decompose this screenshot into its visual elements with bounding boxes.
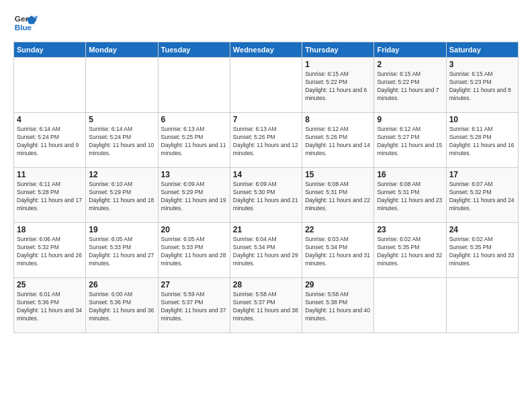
calendar-cell: 14Sunrise: 6:09 AMSunset: 5:30 PMDayligh…	[230, 168, 302, 223]
calendar-cell: 26Sunrise: 6:00 AMSunset: 5:36 PMDayligh…	[86, 278, 158, 333]
day-number: 25	[17, 280, 83, 289]
day-info: Sunrise: 6:13 AMSunset: 5:26 PMDaylight:…	[233, 126, 299, 158]
day-number: 24	[449, 225, 515, 234]
day-number: 23	[377, 225, 443, 234]
logo-icon: General Blue	[13, 11, 38, 35]
page-header: General Blue	[13, 11, 519, 35]
day-info: Sunrise: 6:02 AMSunset: 5:35 PMDaylight:…	[377, 236, 443, 268]
calendar-cell: 4Sunrise: 6:14 AMSunset: 5:24 PMDaylight…	[14, 113, 86, 168]
day-number: 14	[233, 170, 299, 179]
day-number: 9	[377, 115, 443, 124]
calendar-cell: 24Sunrise: 6:02 AMSunset: 5:35 PMDayligh…	[446, 223, 518, 278]
day-number: 11	[17, 170, 83, 179]
day-info: Sunrise: 6:07 AMSunset: 5:32 PMDaylight:…	[449, 181, 515, 213]
calendar-cell: 13Sunrise: 6:09 AMSunset: 5:29 PMDayligh…	[158, 168, 230, 223]
day-info: Sunrise: 6:14 AMSunset: 5:24 PMDaylight:…	[17, 126, 83, 158]
day-info: Sunrise: 6:15 AMSunset: 5:22 PMDaylight:…	[305, 71, 371, 103]
day-number: 16	[377, 170, 443, 179]
day-info: Sunrise: 6:02 AMSunset: 5:35 PMDaylight:…	[449, 236, 515, 268]
day-number: 29	[305, 280, 371, 289]
calendar-cell: 7Sunrise: 6:13 AMSunset: 5:26 PMDaylight…	[230, 113, 302, 168]
calendar-cell	[86, 58, 158, 113]
day-info: Sunrise: 6:06 AMSunset: 5:32 PMDaylight:…	[17, 236, 83, 268]
day-info: Sunrise: 6:14 AMSunset: 5:24 PMDaylight:…	[89, 126, 154, 158]
day-number: 19	[89, 225, 154, 234]
day-info: Sunrise: 6:12 AMSunset: 5:26 PMDaylight:…	[305, 126, 371, 158]
day-info: Sunrise: 5:58 AMSunset: 5:38 PMDaylight:…	[305, 291, 371, 323]
day-info: Sunrise: 5:59 AMSunset: 5:37 PMDaylight:…	[161, 291, 227, 323]
day-number: 18	[17, 225, 83, 234]
header-friday: Friday	[374, 42, 446, 58]
day-info: Sunrise: 6:09 AMSunset: 5:30 PMDaylight:…	[233, 181, 299, 213]
day-number: 27	[161, 280, 227, 289]
calendar-cell: 15Sunrise: 6:08 AMSunset: 5:31 PMDayligh…	[302, 168, 374, 223]
header-monday: Monday	[86, 42, 158, 58]
logo: General Blue	[13, 11, 42, 35]
day-info: Sunrise: 6:03 AMSunset: 5:34 PMDaylight:…	[305, 236, 371, 268]
calendar-cell: 6Sunrise: 6:13 AMSunset: 5:25 PMDaylight…	[158, 113, 230, 168]
calendar-cell: 23Sunrise: 6:02 AMSunset: 5:35 PMDayligh…	[374, 223, 446, 278]
day-info: Sunrise: 5:58 AMSunset: 5:37 PMDaylight:…	[233, 291, 299, 323]
day-info: Sunrise: 6:11 AMSunset: 5:28 PMDaylight:…	[449, 126, 515, 158]
calendar-cell: 12Sunrise: 6:10 AMSunset: 5:29 PMDayligh…	[86, 168, 158, 223]
calendar-cell: 25Sunrise: 6:01 AMSunset: 5:36 PMDayligh…	[14, 278, 86, 333]
day-number: 22	[305, 225, 371, 234]
day-number: 7	[233, 115, 299, 124]
day-number: 5	[89, 115, 154, 124]
day-number: 8	[305, 115, 371, 124]
week-row-4: 18Sunrise: 6:06 AMSunset: 5:32 PMDayligh…	[14, 223, 519, 278]
day-number: 28	[233, 280, 299, 289]
calendar-cell	[446, 278, 518, 333]
day-number: 6	[161, 115, 227, 124]
header-wednesday: Wednesday	[230, 42, 302, 58]
day-info: Sunrise: 6:00 AMSunset: 5:36 PMDaylight:…	[89, 291, 154, 323]
calendar-cell: 5Sunrise: 6:14 AMSunset: 5:24 PMDaylight…	[86, 113, 158, 168]
day-number: 4	[17, 115, 83, 124]
calendar-cell	[158, 58, 230, 113]
calendar-cell: 1Sunrise: 6:15 AMSunset: 5:22 PMDaylight…	[302, 58, 374, 113]
day-number: 26	[89, 280, 154, 289]
calendar-cell: 2Sunrise: 6:15 AMSunset: 5:22 PMDaylight…	[374, 58, 446, 113]
day-number: 12	[89, 170, 154, 179]
calendar-cell: 3Sunrise: 6:15 AMSunset: 5:23 PMDaylight…	[446, 58, 518, 113]
day-info: Sunrise: 6:04 AMSunset: 5:34 PMDaylight:…	[233, 236, 299, 268]
calendar-cell: 18Sunrise: 6:06 AMSunset: 5:32 PMDayligh…	[14, 223, 86, 278]
day-info: Sunrise: 6:08 AMSunset: 5:31 PMDaylight:…	[305, 181, 371, 213]
calendar-table: SundayMondayTuesdayWednesdayThursdayFrid…	[13, 42, 519, 333]
header-sunday: Sunday	[14, 42, 86, 58]
day-info: Sunrise: 6:10 AMSunset: 5:29 PMDaylight:…	[89, 181, 154, 213]
day-number: 17	[449, 170, 515, 179]
calendar-cell: 9Sunrise: 6:12 AMSunset: 5:27 PMDaylight…	[374, 113, 446, 168]
calendar-cell	[14, 58, 86, 113]
calendar-page: General Blue SundayMondayTuesdayWednesda…	[0, 0, 532, 411]
header-tuesday: Tuesday	[158, 42, 230, 58]
day-number: 10	[449, 115, 515, 124]
day-info: Sunrise: 6:12 AMSunset: 5:27 PMDaylight:…	[377, 126, 443, 158]
day-info: Sunrise: 6:09 AMSunset: 5:29 PMDaylight:…	[161, 181, 227, 213]
day-info: Sunrise: 6:01 AMSunset: 5:36 PMDaylight:…	[17, 291, 83, 323]
day-number: 21	[233, 225, 299, 234]
week-row-5: 25Sunrise: 6:01 AMSunset: 5:36 PMDayligh…	[14, 278, 519, 333]
calendar-cell: 17Sunrise: 6:07 AMSunset: 5:32 PMDayligh…	[446, 168, 518, 223]
calendar-cell: 10Sunrise: 6:11 AMSunset: 5:28 PMDayligh…	[446, 113, 518, 168]
week-row-1: 1Sunrise: 6:15 AMSunset: 5:22 PMDaylight…	[14, 58, 519, 113]
calendar-cell: 21Sunrise: 6:04 AMSunset: 5:34 PMDayligh…	[230, 223, 302, 278]
calendar-cell: 11Sunrise: 6:11 AMSunset: 5:28 PMDayligh…	[14, 168, 86, 223]
calendar-cell: 8Sunrise: 6:12 AMSunset: 5:26 PMDaylight…	[302, 113, 374, 168]
week-row-2: 4Sunrise: 6:14 AMSunset: 5:24 PMDaylight…	[14, 113, 519, 168]
calendar-cell: 27Sunrise: 5:59 AMSunset: 5:37 PMDayligh…	[158, 278, 230, 333]
calendar-cell: 29Sunrise: 5:58 AMSunset: 5:38 PMDayligh…	[302, 278, 374, 333]
calendar-cell: 20Sunrise: 6:05 AMSunset: 5:33 PMDayligh…	[158, 223, 230, 278]
day-number: 13	[161, 170, 227, 179]
day-number: 15	[305, 170, 371, 179]
calendar-cell: 28Sunrise: 5:58 AMSunset: 5:37 PMDayligh…	[230, 278, 302, 333]
calendar-cell: 16Sunrise: 6:08 AMSunset: 5:31 PMDayligh…	[374, 168, 446, 223]
week-row-3: 11Sunrise: 6:11 AMSunset: 5:28 PMDayligh…	[14, 168, 519, 223]
day-info: Sunrise: 6:15 AMSunset: 5:23 PMDaylight:…	[449, 71, 515, 103]
header-saturday: Saturday	[446, 42, 518, 58]
calendar-cell: 19Sunrise: 6:05 AMSunset: 5:33 PMDayligh…	[86, 223, 158, 278]
day-number: 1	[305, 60, 371, 69]
calendar-header-row: SundayMondayTuesdayWednesdayThursdayFrid…	[14, 42, 519, 58]
day-number: 20	[161, 225, 227, 234]
calendar-cell	[374, 278, 446, 333]
